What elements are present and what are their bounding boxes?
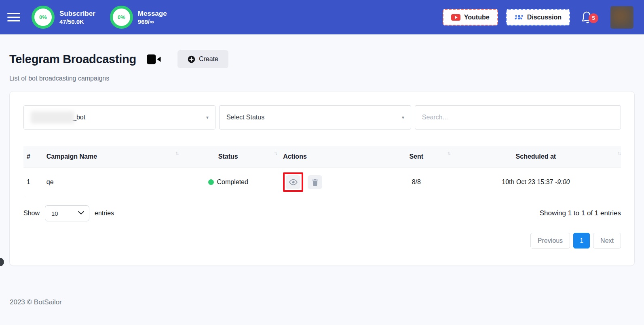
actions-cell [277,168,382,197]
status-select[interactable]: Select Status ▼ [219,105,411,130]
youtube-icon [451,14,460,21]
delete-button[interactable] [308,175,322,189]
subscriber-value: 47/50.0K [59,18,95,25]
subscriber-stat: 0% Subscriber 47/50.0K [32,6,95,29]
sort-icon: ↑↓ [617,150,620,156]
top-navbar: 0% Subscriber 47/50.0K 0% Message 969/∞ … [0,0,644,34]
notifications-button[interactable]: 5 [581,11,593,24]
message-percent: 0% [118,14,125,20]
scheduled-cell: 10th Oct 23 15:37 -9:00 [451,168,621,197]
red-highlight-box [283,172,303,192]
campaigns-table: # Campaign Name ↑↓ Status ↑↓ Actions Sen… [23,146,621,197]
status-dot [208,179,214,185]
avatar[interactable] [610,6,633,29]
discussion-button[interactable]: Discussion [506,9,570,25]
trash-icon [312,178,319,186]
col-campaign-name[interactable]: Campaign Name ↑↓ [43,146,179,168]
message-stat: 0% Message 969/∞ [110,6,167,29]
caret-down-icon: ▼ [401,115,405,120]
redacted-bot-name [31,111,74,123]
page-title: Telegram Broadcasting [9,53,136,66]
status-select-value: Select Status [226,114,264,121]
col-index: # [23,146,43,168]
page-subtitle: List of bot broadcasting campaigns [9,75,635,82]
pagination: Previous 1 Next [23,233,621,249]
search-input[interactable] [415,105,621,130]
page-1-button[interactable]: 1 [573,233,590,249]
col-actions: Actions [277,146,382,168]
col-sent[interactable]: Sent ↑↓ [382,146,451,168]
users-icon [515,14,524,21]
page-size-select[interactable]: 10 [45,205,89,221]
message-progress-ring: 0% [110,6,133,29]
campaigns-card: _bot ▼ Select Status ▼ # Campaign Name [9,91,635,266]
status-label: Completed [217,178,248,186]
avatar-image [610,6,633,29]
sent-cell: 8/8 [382,168,451,197]
entries-summary: Showing 1 to 1 of 1 entries [540,209,621,217]
eye-icon [289,179,298,185]
message-label: Message [138,9,167,19]
menu-icon[interactable] [7,13,20,21]
subscriber-progress-ring: 0% [32,6,55,29]
sort-icon: ↑↓ [175,150,178,156]
subscriber-label: Subscriber [59,9,95,19]
discussion-label: Discussion [527,14,562,21]
page-size-value: 10 [51,210,58,217]
scheduled-date: 10th Oct 23 15:37 [502,178,555,185]
sort-icon: ↑↓ [274,150,277,156]
message-value: 969/∞ [138,18,167,25]
create-label: Create [199,55,218,63]
copyright: 2023 © BotSailor [9,298,635,306]
create-button[interactable]: Create [177,50,228,68]
bot-select-value: _bot [73,114,85,121]
sort-icon: ↑↓ [447,150,450,156]
view-button[interactable] [286,175,300,189]
caret-down-icon: ▼ [205,115,209,120]
show-label: Show [23,210,40,217]
video-tutorial-icon[interactable] [147,54,161,65]
notification-badge: 5 [589,13,598,23]
table-header-row: # Campaign Name ↑↓ Status ↑↓ Actions Sen… [23,146,621,168]
col-scheduled-at[interactable]: Scheduled at ↑↓ [451,146,621,168]
next-page-button[interactable]: Next [593,233,621,249]
previous-page-button[interactable]: Previous [530,233,570,249]
chevron-down-icon [78,211,84,215]
plus-circle-icon [188,55,195,63]
subscriber-percent: 0% [39,14,47,20]
youtube-label: Youtube [464,14,490,21]
table-row: 1 qe Completed [23,168,621,197]
scheduled-offset: -9:00 [555,178,570,185]
row-index: 1 [23,168,43,197]
entries-label: entries [95,210,114,217]
bot-select[interactable]: _bot ▼ [23,105,215,130]
youtube-button[interactable]: Youtube [443,9,498,25]
col-status[interactable]: Status ↑↓ [179,146,277,168]
campaign-name-cell: qe [43,168,179,197]
status-cell: Completed [179,168,277,197]
